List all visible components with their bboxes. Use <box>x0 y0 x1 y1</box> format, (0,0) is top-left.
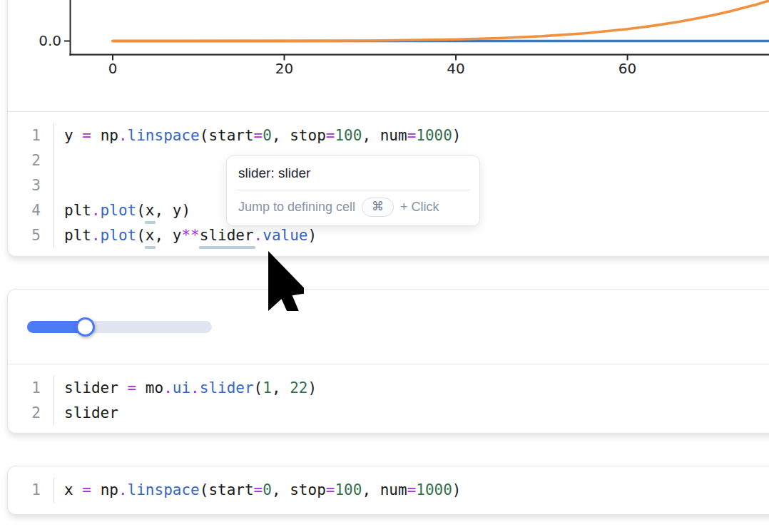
code-token: 100 <box>335 127 362 144</box>
code-token: , <box>154 227 172 244</box>
code-line-content: plt.plot(x, y**slider.value) <box>54 223 769 248</box>
code-token: y <box>173 202 182 219</box>
code-token: 22 <box>290 379 307 397</box>
y-axis-spine <box>70 0 71 56</box>
slider-track[interactable] <box>27 321 212 333</box>
code-token <box>73 481 83 498</box>
code-token: . <box>91 227 101 244</box>
code-token: slider <box>64 404 118 421</box>
series-orange-line <box>113 1 769 41</box>
code-token: . <box>163 379 173 397</box>
code-line-content: slider <box>54 401 769 426</box>
code-token: 1000 <box>416 481 452 498</box>
code-token: . <box>118 127 128 144</box>
code-token: = <box>407 481 417 498</box>
code-token: = <box>254 127 263 144</box>
code-token: = <box>82 127 91 144</box>
code-token: start <box>208 481 253 498</box>
cell-slider: 1slider = mo.ui.slider(1, 22)2slider <box>7 289 769 434</box>
variable-tooltip: slider: slider Jump to defining cell ⌘ +… <box>226 155 480 226</box>
code-token: stop <box>290 127 326 144</box>
code-editor[interactable]: 1slider = mo.ui.slider(1, 22)2slider <box>8 364 769 434</box>
code-line: 5plt.plot(x, y**slider.value) <box>8 223 769 248</box>
line-number: 1 <box>8 123 54 148</box>
code-token: = <box>326 127 335 144</box>
code-token: = <box>407 127 417 144</box>
code-token: plt <box>64 202 91 219</box>
code-token: start <box>208 127 253 144</box>
code-token: ) <box>307 227 317 244</box>
code-token: y <box>173 227 182 244</box>
code-token: slider <box>200 379 254 397</box>
code-token: . <box>254 227 263 244</box>
code-token: , <box>272 481 290 498</box>
code-token: ( <box>136 202 146 219</box>
code-token <box>118 379 128 397</box>
code-token: , <box>362 127 380 144</box>
code-token: ** <box>181 227 199 244</box>
x-tick-label: 20 <box>275 60 293 77</box>
tooltip-title: slider: slider <box>227 156 479 190</box>
slider-thumb[interactable] <box>76 317 95 337</box>
line-number: 5 <box>8 223 54 248</box>
code-token: np <box>101 481 118 498</box>
code-token: y <box>64 127 73 144</box>
code-token: ( <box>254 379 263 397</box>
code-token: 0 <box>263 481 272 498</box>
code-token: linspace <box>128 127 200 144</box>
code-line-content: slider = mo.ui.slider(1, 22) <box>54 376 769 401</box>
code-token <box>91 127 101 144</box>
code-token: . <box>118 481 128 498</box>
line-number: 3 <box>8 173 54 198</box>
jump-to-cell-label: Jump to defining cell <box>238 200 355 215</box>
code-token: plt <box>64 227 91 244</box>
plot-output: 0.0 0204060 <box>8 0 769 111</box>
code-token: plot <box>101 202 137 219</box>
code-line-content: x = np.linspace(start=0, stop=100, num=1… <box>54 478 769 503</box>
code-line-content: y = np.linspace(start=0, stop=100, num=1… <box>54 123 769 148</box>
cross-cell-reference[interactable]: slider <box>200 227 254 244</box>
line-number: 2 <box>8 148 54 173</box>
notebook-canvas: 0.0 0204060 1y = np.linspace(start=0, st… <box>0 0 769 532</box>
code-token: 1000 <box>416 127 452 144</box>
code-token: plot <box>101 227 137 244</box>
code-token: value <box>263 227 307 244</box>
line-number: 1 <box>8 376 54 401</box>
x-ticks: 0204060 <box>108 55 637 77</box>
code-token <box>136 379 146 397</box>
code-token: ( <box>200 127 209 144</box>
code-token: 100 <box>335 481 362 498</box>
code-token: , <box>362 481 380 498</box>
code-token: linspace <box>128 481 200 498</box>
line-number: 1 <box>8 478 54 503</box>
code-token: np <box>101 127 118 144</box>
cross-cell-reference[interactable]: x <box>146 227 155 244</box>
code-token: , <box>272 379 290 397</box>
code-token: mo <box>146 379 163 397</box>
slider-output <box>8 290 769 364</box>
line-number: 4 <box>8 198 54 223</box>
mouse-cursor-icon <box>268 251 304 311</box>
code-token: . <box>190 379 200 397</box>
code-token: ) <box>452 127 462 144</box>
code-token: stop <box>290 481 326 498</box>
code-line: 1slider = mo.ui.slider(1, 22) <box>8 376 769 401</box>
code-token: 1 <box>263 379 272 397</box>
command-key-icon: ⌘ <box>362 198 394 217</box>
code-token: ) <box>181 202 190 219</box>
code-token: = <box>254 481 263 498</box>
line-number: 2 <box>8 401 54 426</box>
code-token: , <box>154 202 172 219</box>
cross-cell-reference[interactable]: x <box>146 202 155 219</box>
code-token: num <box>380 127 407 144</box>
code-line: 1x = np.linspace(start=0, stop=100, num=… <box>8 478 769 503</box>
code-token: ( <box>136 227 146 244</box>
x-tick-label: 40 <box>447 60 464 77</box>
code-token: = <box>326 481 335 498</box>
y-tick-label: 0.0 <box>39 32 61 49</box>
code-token: = <box>128 379 137 397</box>
code-editor[interactable]: 1x = np.linspace(start=0, stop=100, num=… <box>8 466 769 513</box>
x-axis-spine <box>70 54 769 56</box>
matplotlib-figure: 0.0 0204060 <box>0 0 769 111</box>
code-token: ) <box>452 481 462 498</box>
